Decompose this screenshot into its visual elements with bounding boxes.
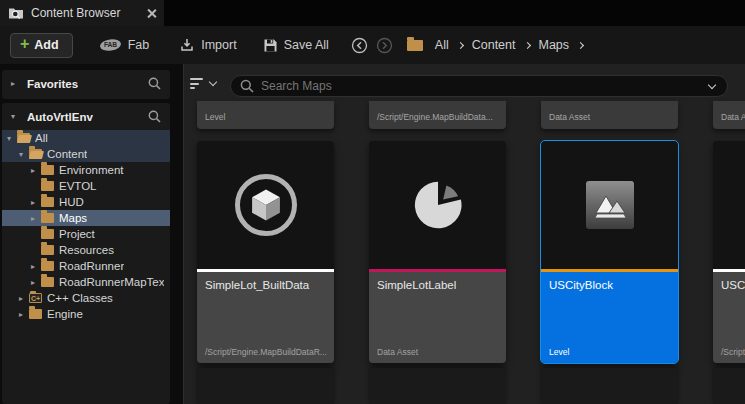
asset-type-label: /Script/Engine.MapBuildDataR...	[205, 347, 327, 357]
toolbar: + Add FAB Fab Import Save All All	[0, 26, 745, 64]
breadcrumb-item-maps[interactable]: Maps	[539, 38, 570, 52]
sidebar-item-environment[interactable]: ▸ Environment	[2, 162, 170, 178]
sidebar-item-roadrunner[interactable]: ▸ RoadRunner	[2, 258, 170, 274]
expand-arrow-icon[interactable]: ▸	[31, 262, 41, 271]
sidebar-item-content[interactable]: ▾ Content	[2, 146, 170, 162]
expand-arrow-icon[interactable]: ▸	[19, 310, 29, 319]
sidebar-item-project[interactable]: Project	[2, 226, 170, 242]
breadcrumb-item-all[interactable]: All	[435, 38, 449, 52]
expand-arrow-icon[interactable]: ▾	[19, 150, 29, 159]
close-tab-icon[interactable]	[147, 9, 156, 18]
folder-icon	[41, 197, 54, 207]
asset-type-label: Data Asset	[549, 112, 590, 122]
sources-panel: ▾ AutoVrtlEnv ▾ All ▾ Content ▸ Environm…	[2, 103, 170, 404]
forward-button[interactable]	[376, 37, 393, 54]
expand-arrow-icon[interactable]: ▸	[19, 294, 29, 303]
fab-button[interactable]: FAB Fab	[99, 38, 150, 52]
asset-card-footer: USCit /Script	[713, 272, 745, 363]
import-button-label: Import	[201, 38, 236, 52]
tree-item-label: HUD	[59, 196, 84, 208]
expand-arrow-icon[interactable]: ▸	[31, 214, 41, 223]
save-all-button[interactable]: Save All	[263, 38, 329, 53]
sidebar-item-roadrunnermaptex[interactable]: ▸ RoadRunnerMapTex	[2, 274, 170, 290]
breadcrumb-item-content[interactable]: Content	[472, 38, 516, 52]
autovrtlenv-label: AutoVrtlEnv	[27, 111, 93, 123]
search-input[interactable]	[261, 79, 709, 93]
folder-icon	[41, 245, 54, 255]
tree-item-label: All	[35, 132, 48, 144]
tree-item-label: Environment	[59, 164, 124, 176]
tree-item-label: C++ Classes	[47, 292, 113, 304]
sidebar-item-cpp-classes[interactable]: ▸ C+ C++ Classes	[2, 290, 170, 306]
asset-tile-partial[interactable]: Data Asset	[541, 101, 678, 129]
collapse-arrow-icon[interactable]: ▾	[11, 112, 20, 121]
asset-tile-partial[interactable]	[713, 368, 745, 404]
import-button[interactable]: Import	[179, 37, 236, 53]
expand-arrow-icon[interactable]: ▸	[31, 278, 41, 287]
breadcrumb: All Content Maps	[435, 38, 592, 52]
asset-type-label: Level	[205, 112, 225, 122]
asset-thumbnail	[197, 141, 334, 269]
expand-arrow-icon[interactable]: ▸	[31, 166, 41, 175]
filter-button[interactable]	[190, 78, 216, 89]
cpp-badge: C+	[31, 294, 40, 303]
save-icon	[263, 38, 278, 53]
add-button-label: Add	[34, 38, 58, 52]
expand-arrow-icon[interactable]: ▾	[7, 134, 17, 143]
sidebar-item-engine[interactable]: ▸ Engine	[2, 306, 170, 322]
asset-type-label: /Script/Engine.MapBuildData...	[377, 112, 493, 122]
chevron-down-icon[interactable]	[708, 80, 716, 88]
folder-tree: ▾ All ▾ Content ▸ Environment EVTOL ▸ HU…	[2, 130, 170, 322]
svg-text:FAB: FAB	[104, 41, 117, 48]
asset-name: USCit	[721, 279, 745, 291]
asset-card-footer: SimpleLot_BuiltData /Script/Engine.MapBu…	[197, 272, 334, 363]
asset-card-uscityblock-builtdata[interactable]: USCit /Script	[713, 141, 745, 363]
asset-tile-partial[interactable]	[541, 368, 678, 404]
expand-arrow-icon[interactable]: ▸	[31, 198, 41, 207]
asset-card-simplelot-builtdata[interactable]: SimpleLot_BuiltData /Script/Engine.MapBu…	[197, 141, 334, 363]
asset-type-label: Data A	[721, 112, 745, 122]
import-icon	[179, 37, 195, 53]
content-browser-icon	[8, 6, 24, 20]
asset-card-simplelotlabel[interactable]: SimpleLotLabel Data Asset	[369, 141, 506, 363]
sidebar-item-evtol[interactable]: EVTOL	[2, 178, 170, 194]
tree-item-label: RoadRunner	[59, 260, 124, 272]
favorites-label: Favorites	[27, 78, 78, 90]
tab-strip: Content Browser	[0, 0, 745, 26]
folder-open-icon	[17, 133, 30, 143]
autovrtlenv-header[interactable]: ▾ AutoVrtlEnv	[2, 103, 170, 130]
chevron-right-icon	[457, 41, 464, 48]
sidebar-item-resources[interactable]: Resources	[2, 242, 170, 258]
sidebar-item-maps[interactable]: ▸ Maps	[2, 210, 170, 226]
fab-logo-icon: FAB	[99, 38, 122, 52]
chevron-right-icon	[523, 41, 530, 48]
save-all-button-label: Save All	[284, 38, 329, 52]
asset-tile-partial[interactable]: Data A	[713, 101, 745, 129]
search-bar[interactable]	[230, 75, 728, 97]
built-data-cube-icon	[235, 174, 297, 236]
asset-grid-panel: Level /Script/Engine.MapBuildData... Dat…	[183, 64, 745, 404]
tab-content-browser[interactable]: Content Browser	[0, 0, 164, 26]
add-button[interactable]: + Add	[10, 33, 73, 58]
asset-tile-partial[interactable]	[369, 368, 506, 404]
sidebar-item-all[interactable]: ▾ All	[2, 130, 170, 146]
asset-type-label: Level	[549, 347, 569, 357]
search-icon[interactable]	[148, 110, 161, 123]
folder-icon	[41, 277, 54, 287]
search-icon[interactable]	[148, 77, 161, 90]
sidebar-item-hud[interactable]: ▸ HUD	[2, 194, 170, 210]
asset-card-uscityblock[interactable]: USCityBlock Level	[541, 141, 678, 363]
folder-icon	[41, 261, 54, 271]
cpp-classes-folder-icon: C+	[29, 293, 42, 303]
folder-icon	[41, 181, 54, 191]
asset-tile-partial[interactable]: Level	[197, 101, 334, 129]
level-mountain-icon	[586, 181, 634, 229]
asset-type-label: /Script	[721, 347, 745, 357]
back-button[interactable]	[351, 37, 368, 54]
asset-tile-partial[interactable]: /Script/Engine.MapBuildData...	[369, 101, 506, 129]
plus-icon: +	[20, 36, 29, 52]
asset-tile-partial[interactable]	[197, 368, 334, 404]
favorites-header[interactable]: ▸ Favorites	[2, 70, 170, 97]
asset-name: SimpleLotLabel	[377, 279, 456, 291]
collapse-arrow-icon[interactable]: ▸	[11, 79, 20, 88]
